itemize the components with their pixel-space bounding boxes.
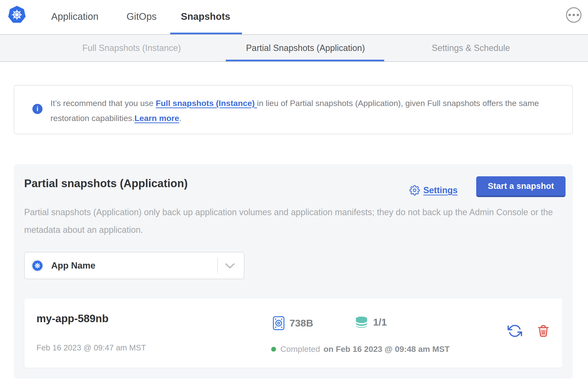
- restore-icon: [508, 324, 522, 338]
- kubernetes-logo-icon: [8, 6, 26, 24]
- banner-text-intro: It’s recommend that you use: [50, 99, 156, 108]
- learn-more-link[interactable]: Learn more: [134, 113, 179, 123]
- snapshot-settings-link[interactable]: Settings: [409, 185, 458, 196]
- partial-snapshots-panel: Partial snapshots (Application) Settings…: [14, 164, 573, 379]
- active-tab-underline: [226, 60, 384, 61]
- top-nav: Application GitOps Snapshots: [0, 0, 588, 34]
- tab-settings-schedule[interactable]: Settings & Schedule: [408, 35, 534, 61]
- recommendation-banner: i It’s recommend that you use Full snaps…: [14, 85, 573, 134]
- banner-text-end: .: [179, 113, 181, 123]
- snapshot-status: Completed on Feb 16 2023 @ 09:48 am MST: [271, 344, 450, 354]
- status-dot-icon: [271, 347, 276, 352]
- chevron-down-icon: [225, 263, 235, 270]
- panel-description: Partial snapshots (Application) only bac…: [24, 203, 566, 239]
- database-icon: [355, 316, 368, 328]
- snapshot-size: 738B: [273, 316, 313, 330]
- active-nav-underline: [170, 33, 242, 34]
- gear-icon: [409, 185, 420, 196]
- status-completed-date: on Feb 16 2023 @ 09:48 am MST: [323, 344, 450, 354]
- snapshot-created-date: Feb 16 2023 @ 09:47 am MST: [37, 343, 146, 352]
- snapshot-size-value: 738B: [290, 318, 313, 329]
- overflow-menu-button[interactable]: [566, 7, 582, 23]
- info-icon: i: [32, 104, 42, 114]
- app-kubernetes-icon: [31, 259, 44, 272]
- snapshot-name: my-app-589nb: [37, 313, 108, 325]
- app-name-value: App Name: [51, 261, 95, 271]
- nav-item-application[interactable]: Application: [51, 0, 99, 33]
- start-snapshot-button[interactable]: Start a snapshot: [476, 176, 566, 197]
- tab-partial-snapshots[interactable]: Partial Snapshots (Application): [219, 35, 392, 61]
- ellipsis-icon: [568, 14, 579, 16]
- restore-snapshot-button[interactable]: [507, 323, 522, 338]
- snapshots-tabbar: Full Snapshots (Instance) Partial Snapsh…: [0, 34, 588, 62]
- panel-title: Partial snapshots (Application): [24, 177, 188, 190]
- snapshot-volumes: 1/1: [355, 316, 387, 328]
- status-label: Completed: [280, 344, 320, 354]
- full-snapshots-link[interactable]: Full snapshots (Instance): [156, 99, 257, 108]
- trash-icon: [537, 324, 550, 338]
- disk-icon: [273, 316, 285, 330]
- snapshots-page: Application GitOps Snapshots Full Snapsh…: [0, 0, 588, 384]
- tab-full-snapshots[interactable]: Full Snapshots (Instance): [60, 35, 203, 61]
- delete-snapshot-button[interactable]: [536, 323, 551, 338]
- nav-item-snapshots[interactable]: Snapshots: [181, 0, 230, 33]
- info-glyph: i: [37, 105, 38, 113]
- banner-text: It’s recommend that you use Full snapsho…: [50, 96, 554, 126]
- snapshot-row: my-app-589nb Feb 16 2023 @ 09:47 am MST …: [24, 298, 563, 368]
- settings-label: Settings: [423, 185, 458, 195]
- selector-divider: [217, 258, 218, 274]
- snapshot-volumes-value: 1/1: [373, 317, 387, 328]
- app-name-selector[interactable]: App Name: [24, 252, 244, 279]
- nav-item-gitops[interactable]: GitOps: [126, 0, 156, 33]
